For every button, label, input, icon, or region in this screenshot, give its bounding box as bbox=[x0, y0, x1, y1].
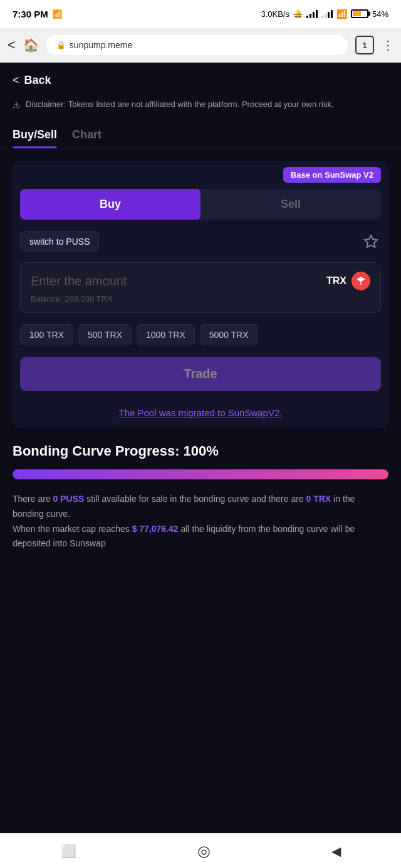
wifi-icon: 📶 bbox=[336, 9, 347, 19]
amount-input-area[interactable]: Enter the amount TRX Balance: 269.038 TR… bbox=[20, 262, 381, 313]
status-bar: 7:30 PM 📶 3.0KB/s 🔔 📶 54% bbox=[0, 0, 401, 28]
market-cap: $ 77,076.42 bbox=[132, 524, 179, 534]
tab-count-button[interactable]: 1 bbox=[355, 36, 374, 54]
back-arrow-icon: < bbox=[13, 74, 19, 87]
switch-to-puss-button[interactable]: switch to PUSS bbox=[20, 231, 99, 252]
quick-amount-500[interactable]: 500 TRX bbox=[78, 324, 132, 345]
bonding-curve-section: Bonding Curve Progress: 100% There are 0… bbox=[0, 428, 401, 561]
signal-bars-2 bbox=[321, 9, 333, 18]
sunswap-badge-row: Base on SunSwap V2 bbox=[13, 161, 388, 183]
sunswap-badge: Base on SunSwap V2 bbox=[283, 167, 381, 183]
settings-icon[interactable] bbox=[361, 232, 381, 252]
bottom-navigation: ⬜ ◎ ◀ bbox=[0, 833, 401, 868]
tab-chart[interactable]: Chart bbox=[72, 128, 102, 148]
wifi-sensing-icon: 📶 bbox=[52, 9, 62, 19]
mute-icon: 🔔 bbox=[293, 9, 303, 18]
back-button[interactable]: Back bbox=[24, 74, 51, 87]
app-container: < Back ⚠ Disclaimer: Tokens listed are n… bbox=[0, 63, 401, 833]
data-speed: 3.0KB/s bbox=[261, 9, 289, 19]
time-display: 7:30 PM bbox=[13, 9, 48, 19]
migration-link[interactable]: The Pool was migrated to SunSwapV2. bbox=[13, 401, 388, 428]
buy-sell-toggle: Buy Sell bbox=[20, 189, 381, 220]
browser-menu-button[interactable]: ⋮ bbox=[382, 38, 393, 53]
balance-display: Balance: 269.038 TRX bbox=[31, 294, 370, 304]
battery-indicator bbox=[351, 9, 368, 18]
switch-row: switch to PUSS bbox=[13, 226, 388, 257]
puss-amount: 0 PUSS bbox=[53, 494, 85, 504]
quick-amount-1000[interactable]: 1000 TRX bbox=[137, 324, 195, 345]
input-row: Enter the amount TRX bbox=[31, 272, 370, 290]
battery-percent: 54% bbox=[372, 9, 388, 19]
trx-amount: 0 TRX bbox=[306, 494, 331, 504]
lock-icon: 🔒 bbox=[56, 41, 66, 49]
status-right: 3.0KB/s 🔔 📶 54% bbox=[261, 9, 388, 19]
token-selector[interactable]: TRX bbox=[326, 272, 370, 290]
url-bar[interactable]: 🔒 sunpump.meme bbox=[46, 35, 348, 55]
trade-panel: Base on SunSwap V2 Buy Sell switch to PU… bbox=[13, 161, 388, 428]
main-tabs: Buy/Sell Chart bbox=[0, 122, 401, 148]
nav-back-button[interactable]: ◀ bbox=[331, 844, 341, 859]
bonding-description: There are 0 PUSS still available for sal… bbox=[13, 492, 388, 551]
progress-bar-fill bbox=[13, 469, 388, 479]
sell-button[interactable]: Sell bbox=[200, 189, 381, 220]
status-left: 7:30 PM 📶 bbox=[13, 9, 62, 19]
svg-marker-1 bbox=[357, 277, 365, 282]
disclaimer-text: Disclaimer: Tokens listed are not affili… bbox=[26, 98, 334, 111]
back-navigation: < Back bbox=[0, 63, 401, 93]
amount-placeholder: Enter the amount bbox=[31, 274, 127, 288]
nav-square-button[interactable]: ⬜ bbox=[61, 844, 76, 859]
signal-bars-1 bbox=[306, 9, 318, 18]
browser-back-button[interactable]: < bbox=[8, 37, 16, 53]
browser-bar: < 🏠 🔒 sunpump.meme 1 ⋮ bbox=[0, 28, 401, 63]
warning-icon: ⚠ bbox=[13, 99, 21, 112]
bonding-curve-title: Bonding Curve Progress: 100% bbox=[13, 443, 388, 459]
disclaimer-banner: ⚠ Disclaimer: Tokens listed are not affi… bbox=[13, 98, 388, 112]
url-text: sunpump.meme bbox=[70, 40, 132, 50]
trade-button[interactable]: Trade bbox=[20, 357, 381, 391]
trx-icon bbox=[352, 272, 370, 290]
nav-home-button[interactable]: ◎ bbox=[197, 842, 211, 860]
quick-amount-100[interactable]: 100 TRX bbox=[20, 324, 73, 345]
buy-button[interactable]: Buy bbox=[20, 189, 200, 220]
progress-bar-container bbox=[13, 469, 388, 479]
quick-amounts: 100 TRX 500 TRX 1000 TRX 5000 TRX bbox=[13, 318, 388, 352]
svg-marker-0 bbox=[365, 235, 377, 247]
browser-home-button[interactable]: 🏠 bbox=[23, 38, 39, 53]
quick-amount-5000[interactable]: 5000 TRX bbox=[200, 324, 258, 345]
tab-buy-sell[interactable]: Buy/Sell bbox=[13, 128, 57, 148]
token-label: TRX bbox=[326, 275, 346, 287]
